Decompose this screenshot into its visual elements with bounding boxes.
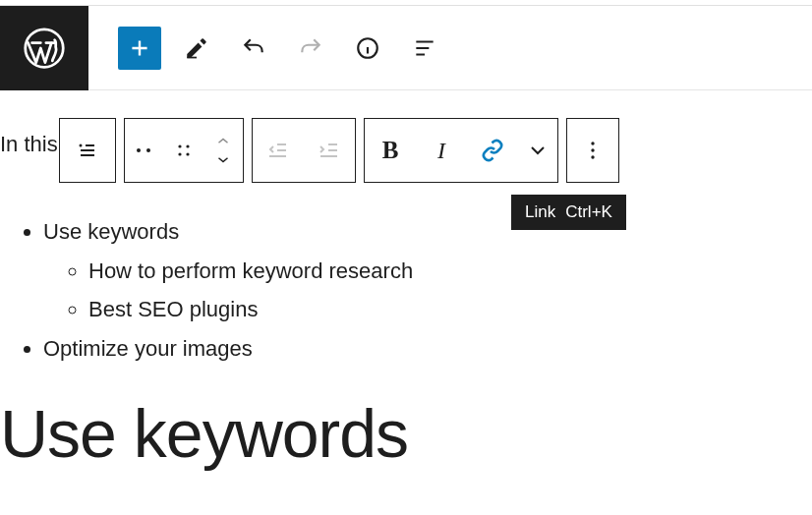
list-icon [76,139,99,162]
list-item-text[interactable]: Optimize your images [43,336,253,361]
toolbar-group-format: B I [364,118,558,183]
undo-button[interactable] [232,27,275,70]
chevron-down-icon [214,154,232,166]
svg-point-7 [186,144,189,147]
svg-point-4 [137,148,141,152]
unordered-list-button[interactable] [125,119,164,182]
details-button[interactable] [346,27,389,70]
pencil-icon [184,35,209,61]
plus-icon [127,35,152,61]
toolbar-group-options [566,118,619,183]
italic-icon: I [437,138,445,164]
svg-point-3 [80,144,83,147]
undo-icon [241,35,266,61]
more-vertical-icon [581,139,605,162]
list-item-text[interactable]: How to perform keyword research [88,258,413,283]
bullet-icon [133,139,156,162]
move-block-buttons [203,119,243,182]
chevron-down-icon [526,139,550,162]
move-down-button[interactable] [214,150,232,170]
italic-button[interactable]: I [416,119,467,182]
ordered-list-button[interactable] [164,119,203,182]
tooltip-label: Link [525,202,555,222]
bold-icon: B [382,137,399,164]
redo-button[interactable] [289,27,332,70]
more-format-button[interactable] [518,119,557,182]
info-icon [355,35,380,61]
svg-point-6 [178,144,181,147]
svg-point-9 [186,152,189,155]
list-block[interactable]: Use keywords How to perform keyword rese… [22,212,413,368]
wordpress-icon [23,27,66,70]
list-item-text[interactable]: Use keywords [43,219,179,244]
grid-dots-icon [172,139,196,162]
link-tooltip: Link Ctrl+K [511,195,626,230]
svg-point-5 [146,148,150,152]
link-icon [481,139,504,162]
toolbar-group-indent [252,118,356,183]
svg-rect-1 [187,56,197,58]
svg-point-10 [591,142,594,144]
svg-point-8 [178,152,181,155]
add-block-button[interactable] [118,27,161,70]
redo-icon [298,35,323,61]
editor-header [0,6,812,90]
heading-block[interactable]: Use keywords [0,395,408,472]
indent-button[interactable] [304,119,355,182]
list-item: Optimize your images [43,329,413,369]
tooltip-shortcut: Ctrl+K [565,202,612,222]
outline-button[interactable] [403,27,446,70]
block-type-button[interactable] [60,119,115,182]
link-button[interactable] [467,119,518,182]
edit-mode-button[interactable] [175,27,218,70]
block-toolbar: B I [59,118,619,183]
chevron-up-icon [214,135,232,146]
svg-point-11 [591,148,594,151]
intro-text-fragment: In this [0,132,58,157]
toolbar-group-block [59,118,116,183]
bold-button[interactable]: B [365,119,416,182]
list-item: Use keywords How to perform keyword rese… [43,212,413,329]
list-item: How to perform keyword research [88,252,413,291]
wordpress-logo[interactable] [0,6,88,90]
outdent-button[interactable] [253,119,304,182]
toolbar-group-list [124,118,244,183]
list-item-text[interactable]: Best SEO plugins [88,297,258,321]
list-item: Best SEO plugins [88,290,413,329]
move-up-button[interactable] [214,131,232,150]
indent-icon [318,139,341,162]
header-tools [88,27,446,70]
svg-point-12 [591,155,594,158]
outline-icon [412,35,437,61]
outdent-icon [266,139,290,162]
options-button[interactable] [567,119,618,182]
